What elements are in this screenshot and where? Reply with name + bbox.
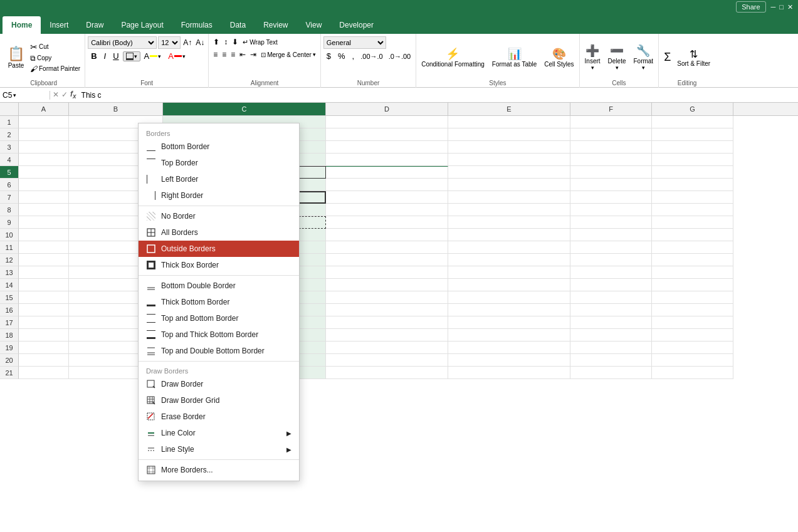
cell-g1[interactable] bbox=[652, 116, 733, 128]
italic-button[interactable]: I bbox=[101, 50, 110, 62]
cell-e12[interactable] bbox=[448, 254, 570, 266]
cell-d13[interactable] bbox=[326, 266, 448, 279]
cell-a18[interactable] bbox=[19, 329, 69, 342]
cell-e8[interactable] bbox=[448, 204, 570, 216]
currency-button[interactable]: $ bbox=[323, 50, 334, 62]
cell-f1[interactable] bbox=[570, 116, 652, 128]
cell-f14[interactable] bbox=[570, 279, 652, 291]
cell-g20[interactable] bbox=[652, 354, 733, 367]
cell-a16[interactable] bbox=[19, 304, 69, 316]
cell-a17[interactable] bbox=[19, 316, 69, 329]
align-middle-button[interactable]: ↕ bbox=[222, 36, 229, 48]
formula-input[interactable]: This c bbox=[79, 91, 798, 100]
tab-review[interactable]: Review bbox=[255, 16, 297, 34]
outside-borders-item[interactable]: Outside Borders bbox=[139, 241, 299, 257]
row-header-3[interactable]: 3 bbox=[0, 141, 19, 154]
all-borders-item[interactable]: All Borders bbox=[139, 224, 299, 241]
cell-d6[interactable] bbox=[326, 179, 448, 191]
cell-g21[interactable] bbox=[652, 367, 733, 379]
cell-d8[interactable] bbox=[326, 204, 448, 216]
cell-g12[interactable] bbox=[652, 254, 733, 266]
thick-bottom-border-item[interactable]: Thick Bottom Border bbox=[139, 294, 299, 310]
top-bottom-border-item[interactable]: Top and Bottom Border bbox=[139, 310, 299, 326]
cell-a11[interactable] bbox=[19, 241, 69, 254]
cell-a13[interactable] bbox=[19, 266, 69, 279]
cell-e20[interactable] bbox=[448, 354, 570, 367]
align-center-button[interactable]: ≡ bbox=[220, 49, 228, 60]
tab-data[interactable]: Data bbox=[221, 16, 255, 34]
fill-color-button[interactable]: A▾ bbox=[141, 50, 165, 62]
cell-a8[interactable] bbox=[19, 204, 69, 216]
tab-draw[interactable]: Draw bbox=[77, 16, 112, 34]
tab-developer[interactable]: Developer bbox=[330, 16, 382, 34]
cell-g10[interactable] bbox=[652, 229, 733, 241]
cell-f4[interactable] bbox=[570, 154, 652, 166]
row-header-16[interactable]: 16 bbox=[0, 304, 19, 316]
cell-f2[interactable] bbox=[570, 128, 652, 141]
font-size-decrease-button[interactable]: A↓ bbox=[194, 38, 206, 48]
font-color-button[interactable]: A▾ bbox=[165, 50, 189, 62]
bold-button[interactable]: B bbox=[88, 50, 100, 62]
format-button[interactable]: 🔧 Format ▾ bbox=[631, 43, 656, 72]
cell-a12[interactable] bbox=[19, 254, 69, 266]
cell-a2[interactable] bbox=[19, 128, 69, 141]
align-bottom-button[interactable]: ⬇ bbox=[230, 36, 240, 48]
cell-d4[interactable] bbox=[326, 154, 448, 166]
tab-view[interactable]: View bbox=[297, 16, 331, 34]
cell-f12[interactable] bbox=[570, 254, 652, 266]
cell-g13[interactable] bbox=[652, 266, 733, 279]
cell-g9[interactable] bbox=[652, 216, 733, 229]
cell-a3[interactable] bbox=[19, 141, 69, 154]
row-header-12[interactable]: 12 bbox=[0, 254, 19, 266]
row-header-4[interactable]: 4 bbox=[0, 154, 19, 166]
cell-e9[interactable] bbox=[448, 216, 570, 229]
cell-a5[interactable] bbox=[19, 166, 69, 179]
cell-g19[interactable] bbox=[652, 342, 733, 354]
cell-d10[interactable] bbox=[326, 229, 448, 241]
cell-g2[interactable] bbox=[652, 128, 733, 141]
cell-f7[interactable] bbox=[570, 191, 652, 204]
row-header-13[interactable]: 13 bbox=[0, 266, 19, 279]
share-button[interactable]: Share bbox=[736, 1, 765, 13]
cell-d19[interactable] bbox=[326, 342, 448, 354]
row-header-2[interactable]: 2 bbox=[0, 128, 19, 141]
row-header-6[interactable]: 6 bbox=[0, 179, 19, 191]
cell-a19[interactable] bbox=[19, 342, 69, 354]
cell-d2[interactable] bbox=[326, 128, 448, 141]
cell-e7[interactable] bbox=[448, 191, 570, 204]
cell-a7[interactable] bbox=[19, 191, 69, 204]
cell-e11[interactable] bbox=[448, 241, 570, 254]
cell-f21[interactable] bbox=[570, 367, 652, 379]
cell-f11[interactable] bbox=[570, 241, 652, 254]
cell-e10[interactable] bbox=[448, 229, 570, 241]
cell-d5[interactable] bbox=[326, 166, 448, 179]
cell-e2[interactable] bbox=[448, 128, 570, 141]
top-double-bottom-border-item[interactable]: Top and Double Bottom Border bbox=[139, 343, 299, 359]
sum-button[interactable]: Σ bbox=[661, 50, 673, 65]
format-painter-button[interactable]: 🖌Format Painter bbox=[28, 64, 82, 74]
cell-f16[interactable] bbox=[570, 304, 652, 316]
row-header-9[interactable]: 9 bbox=[0, 216, 19, 229]
cell-g4[interactable] bbox=[652, 154, 733, 166]
cell-f9[interactable] bbox=[570, 216, 652, 229]
insert-function-button[interactable]: fx bbox=[70, 90, 76, 100]
decrease-decimal-button[interactable]: .00→.0 bbox=[358, 51, 385, 61]
row-header-20[interactable]: 20 bbox=[0, 354, 19, 367]
cut-button[interactable]: ✂Cut bbox=[28, 41, 82, 53]
draw-border-item[interactable]: Draw Border bbox=[139, 376, 299, 379]
increase-decimal-button[interactable]: .0→.00 bbox=[386, 51, 413, 61]
comma-button[interactable]: , bbox=[349, 50, 358, 62]
row-header-17[interactable]: 17 bbox=[0, 316, 19, 329]
cell-a6[interactable] bbox=[19, 179, 69, 191]
cell-d1[interactable] bbox=[326, 116, 448, 128]
tab-page-layout[interactable]: Page Layout bbox=[112, 16, 172, 34]
top-border-item[interactable]: Top Border bbox=[139, 155, 299, 171]
wrap-text-button[interactable]: ↵Wrap Text bbox=[241, 37, 280, 48]
cell-a10[interactable] bbox=[19, 229, 69, 241]
row-header-5[interactable]: 5 bbox=[0, 166, 19, 179]
cell-d14[interactable] bbox=[326, 279, 448, 291]
corner-cell[interactable] bbox=[0, 103, 19, 115]
tab-insert[interactable]: Insert bbox=[41, 16, 77, 34]
cell-g18[interactable] bbox=[652, 329, 733, 342]
cell-d7[interactable] bbox=[326, 191, 448, 204]
